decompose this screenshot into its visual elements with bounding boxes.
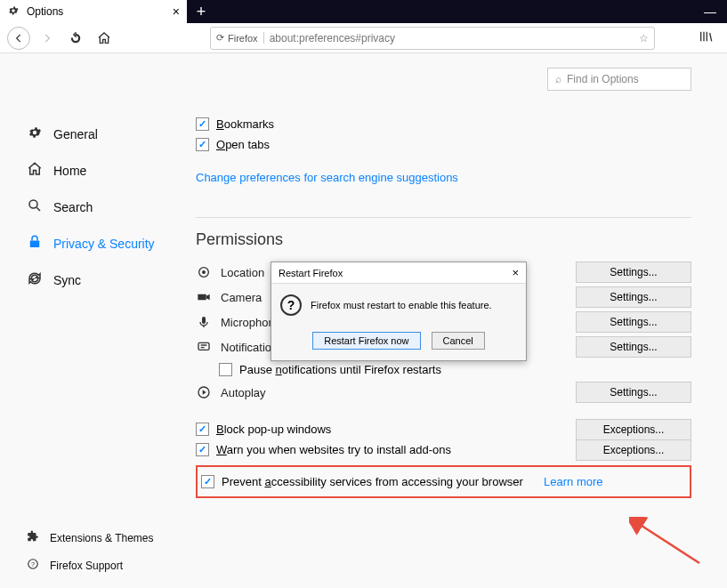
link-search-engine-prefs[interactable]: Change preferences for search engine sug… bbox=[196, 171, 458, 184]
perm-label: Location bbox=[221, 266, 264, 279]
svg-rect-6 bbox=[198, 294, 206, 301]
sidebar-item-privacy[interactable]: Privacy & Security bbox=[27, 225, 187, 262]
svg-rect-1 bbox=[30, 241, 40, 248]
notifications-icon bbox=[196, 340, 212, 354]
browser-tab-options[interactable]: Options × bbox=[0, 0, 187, 23]
gear-icon bbox=[7, 4, 20, 20]
svg-rect-8 bbox=[198, 342, 209, 350]
help-icon: ? bbox=[27, 558, 39, 573]
bookmark-star-icon[interactable]: ☆ bbox=[639, 32, 649, 44]
svg-rect-7 bbox=[202, 317, 206, 324]
svg-text:?: ? bbox=[31, 561, 35, 568]
svg-point-0 bbox=[29, 200, 37, 208]
dialog-body: ? Firefox must restart to enable this fe… bbox=[271, 284, 526, 326]
dialog-close-icon[interactable]: × bbox=[512, 266, 519, 279]
checkbox-bookmarks-row: BBookmarksookmarks bbox=[196, 114, 691, 134]
perm-label: MicrophonMicrophone bbox=[221, 316, 275, 329]
restart-now-button[interactable]: Restart Firefox now bbox=[312, 332, 420, 350]
section-title-permissions: Permissions bbox=[196, 230, 691, 249]
home-button[interactable] bbox=[93, 27, 116, 50]
lock-icon bbox=[27, 234, 43, 253]
question-icon: ? bbox=[280, 294, 302, 316]
checkbox-warn-addons-row: Warn you when websites try to install ad… bbox=[196, 439, 691, 460]
sync-icon bbox=[27, 270, 43, 289]
firefox-icon: ⟳ bbox=[216, 32, 224, 44]
checkbox-label: Prevent accessibility services from acce… bbox=[222, 475, 523, 488]
category-sidebar: General Home Search Privacy & Security S… bbox=[0, 53, 187, 588]
sidebar-item-label: Extensions & Themes bbox=[50, 532, 154, 544]
settings-button-location[interactable]: Settings... bbox=[576, 262, 691, 283]
identity-label: Firefox bbox=[228, 33, 258, 44]
search-icon bbox=[27, 197, 43, 216]
window-minimize-icon[interactable]: — bbox=[704, 0, 727, 23]
sidebar-item-label: Search bbox=[53, 200, 93, 214]
dialog-titlebar: Restart Firefox × bbox=[271, 262, 526, 284]
perm-row-autoplay: Autoplay Settings... bbox=[196, 380, 691, 405]
checkbox-bookmarks[interactable] bbox=[196, 117, 209, 131]
checkbox-warn-addons[interactable] bbox=[196, 443, 209, 456]
back-button[interactable] bbox=[7, 27, 30, 50]
sidebar-item-general[interactable]: General bbox=[27, 116, 187, 152]
sidebar-item-label: Sync bbox=[53, 273, 81, 287]
checkbox-label: Open tabsOpen tabs bbox=[216, 138, 270, 151]
checkbox-prevent-a11y[interactable] bbox=[201, 475, 214, 488]
settings-button-notifications[interactable]: Settings... bbox=[576, 336, 691, 358]
autoplay-icon bbox=[196, 385, 212, 399]
perm-label: Autoplay bbox=[221, 386, 266, 399]
titlebar: Options × + — bbox=[0, 0, 727, 23]
home-icon bbox=[27, 161, 43, 180]
sidebar-item-extensions[interactable]: Extensions & Themes bbox=[27, 524, 154, 552]
perm-label: Camera bbox=[221, 291, 262, 304]
cancel-button[interactable]: Cancel bbox=[432, 332, 485, 350]
gear-icon bbox=[27, 125, 43, 143]
nav-toolbar: ⟳ Firefox about:preferences#privacy ☆ bbox=[0, 23, 727, 53]
url-bar[interactable]: ⟳ Firefox about:preferences#privacy ☆ bbox=[210, 27, 655, 50]
sidebar-item-label: Home bbox=[53, 164, 86, 178]
dialog-buttons: Restart Firefox now Cancel bbox=[271, 326, 526, 360]
checkbox-block-popups[interactable] bbox=[196, 423, 209, 436]
exceptions-button-addons[interactable]: Exceptions... bbox=[576, 439, 691, 461]
link-learn-more-a11y[interactable]: Learn more bbox=[544, 475, 602, 488]
checkbox-prevent-a11y-row: Prevent accessibility services from acce… bbox=[201, 471, 686, 492]
library-icon[interactable] bbox=[699, 29, 720, 47]
new-tab-button[interactable]: + bbox=[187, 0, 215, 23]
tab-close-icon[interactable]: × bbox=[173, 4, 180, 19]
puzzle-icon bbox=[27, 530, 39, 545]
checkbox-opentabs-row: Open tabsOpen tabs bbox=[196, 134, 691, 155]
settings-button-microphone[interactable]: Settings... bbox=[576, 311, 691, 333]
highlighted-option: Prevent accessibility services from acce… bbox=[196, 465, 691, 498]
sidebar-item-label: Firefox Support bbox=[50, 560, 123, 572]
sidebar-item-support[interactable]: ? Firefox Support bbox=[27, 552, 154, 579]
svg-point-4 bbox=[202, 270, 206, 274]
settings-button-camera[interactable]: Settings... bbox=[576, 286, 691, 308]
checkbox-label: Block pop-up windowsBlock pop-up windows bbox=[216, 423, 331, 436]
url-text: about:preferences#privacy bbox=[270, 32, 395, 44]
divider bbox=[196, 217, 691, 218]
exceptions-button-popups[interactable]: Exceptions... bbox=[576, 419, 691, 440]
restart-dialog: Restart Firefox × ? Firefox must restart… bbox=[271, 262, 527, 361]
checkbox-block-popups-row: Block pop-up windowsBlock pop-up windows… bbox=[196, 419, 691, 439]
checkbox-pause-notifications[interactable] bbox=[219, 363, 232, 376]
sidebar-item-label: General bbox=[53, 127, 98, 141]
sidebar-item-home[interactable]: Home bbox=[27, 152, 187, 189]
checkbox-pause-notifications-row: Pause notifications until Firefox restar… bbox=[219, 359, 691, 380]
tab-title: Options bbox=[27, 5, 63, 18]
sidebar-item-search[interactable]: Search bbox=[27, 189, 187, 225]
settings-button-autoplay[interactable]: Settings... bbox=[576, 382, 691, 403]
microphone-icon bbox=[196, 315, 212, 329]
checkbox-label: Warn you when websites try to install ad… bbox=[216, 443, 451, 456]
checkbox-label: BBookmarksookmarks bbox=[216, 117, 274, 131]
dialog-title-text: Restart Firefox bbox=[279, 268, 343, 278]
camera-icon bbox=[196, 290, 212, 304]
sidebar-item-sync[interactable]: Sync bbox=[27, 262, 187, 298]
reload-button[interactable] bbox=[64, 27, 87, 50]
sidebar-item-label: Privacy & Security bbox=[53, 237, 155, 251]
location-icon bbox=[196, 265, 212, 279]
checkbox-opentabs[interactable] bbox=[196, 138, 209, 151]
forward-button[interactable] bbox=[36, 27, 59, 50]
dialog-message: Firefox must restart to enable this feat… bbox=[311, 300, 492, 310]
identity-badge: ⟳ Firefox bbox=[216, 32, 264, 44]
checkbox-label: Pause notifications until Firefox restar… bbox=[239, 363, 441, 376]
sidebar-footer: Extensions & Themes ? Firefox Support bbox=[27, 524, 154, 579]
